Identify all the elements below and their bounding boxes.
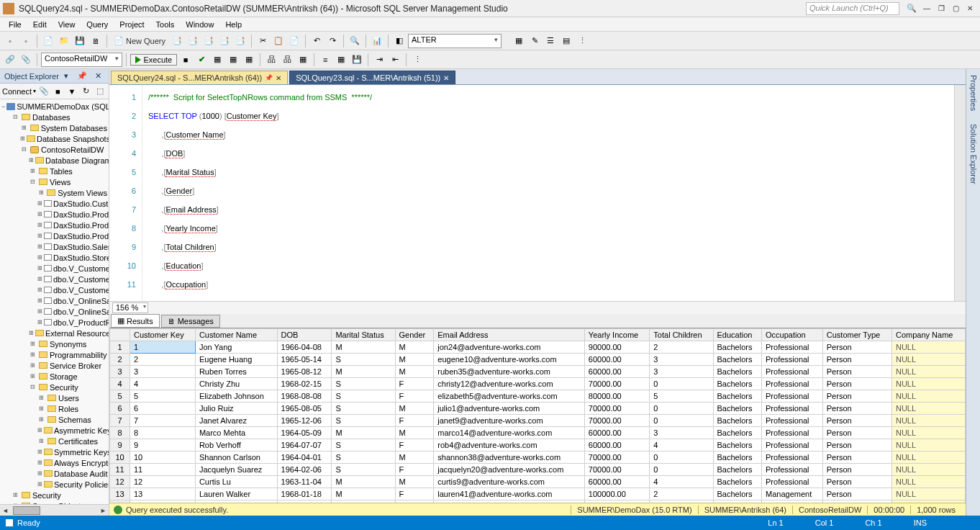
tree-node[interactable]: ⊞Programmability: [0, 349, 109, 360]
tree-node[interactable]: ⊞Asymmetric Key: [0, 425, 109, 436]
zoom-dropdown[interactable]: 156 %: [112, 302, 148, 313]
paste-button[interactable]: 📄: [287, 34, 301, 48]
alter-dropdown[interactable]: ALTER: [408, 34, 502, 48]
tree-hscrollbar[interactable]: ◄ ►: [0, 504, 109, 516]
table-row[interactable]: 1313Lauren Walker1968-01-18MFlauren41@ad…: [110, 488, 966, 500]
tab-close-icon[interactable]: ✕: [276, 74, 281, 82]
properties-tab[interactable]: Properties: [968, 72, 979, 114]
dmx-query-button[interactable]: 📑: [217, 34, 232, 48]
table-row[interactable]: 1010Shannon Carlson1964-04-01SMshannon38…: [110, 452, 966, 464]
mdx-query-button[interactable]: 📑: [201, 34, 216, 48]
grid-header[interactable]: Marital Status: [332, 329, 395, 341]
panel-pin-icon[interactable]: 📌: [74, 71, 90, 81]
tree-node[interactable]: ⊞DaxStudio.Sales: [0, 241, 109, 252]
object-tree[interactable]: −SUMMER\DemoDax (SQL Serv ⊟Databases⊞Sys…: [0, 99, 109, 504]
menu-file[interactable]: File: [3, 19, 27, 30]
menu-edit[interactable]: Edit: [27, 19, 53, 30]
menu-window[interactable]: Window: [180, 19, 219, 30]
tool-btn-2[interactable]: ✎: [527, 34, 542, 48]
results-grid[interactable]: Customer KeyCustomer NameDOBMarital Stat…: [109, 328, 966, 503]
table-row[interactable]: 1212Curtis Lu1963-11-04MMcurtis9@adventu…: [110, 476, 966, 488]
tree-node[interactable]: ⊞Roles: [0, 403, 109, 414]
save-all-button[interactable]: 🗎: [89, 34, 103, 48]
change-conn-button[interactable]: 📎: [19, 53, 33, 67]
close-button[interactable]: ✕: [963, 2, 977, 15]
tool-btn-4[interactable]: ▤: [559, 34, 573, 48]
solution-explorer-tab[interactable]: Solution Explorer: [968, 121, 979, 187]
menu-tools[interactable]: Tools: [150, 19, 181, 30]
table-row[interactable]: 1414Ian Jenkins1968-08-06MMian47@adventu…: [110, 500, 966, 503]
tree-node[interactable]: ⊞dbo.V_OnlineSa: [0, 295, 109, 306]
tree-node[interactable]: ⊞Service Broker: [0, 360, 109, 371]
copy-button[interactable]: 📋: [271, 34, 286, 48]
editor-tab[interactable]: SQLQuery23.sql - S...MER\Antriksh (51))✕: [289, 71, 455, 84]
table-row[interactable]: 55Elizabeth Johnson1968-08-08SFelizabeth…: [110, 390, 966, 403]
grid-header[interactable]: Email Address: [434, 329, 585, 341]
est-plan-button[interactable]: ▦: [210, 53, 224, 67]
editor-tab[interactable]: SQLQuery24.sql - S...MER\Antriksh (64))📌…: [111, 71, 288, 84]
menu-view[interactable]: View: [53, 19, 81, 30]
tree-root[interactable]: −SUMMER\DemoDax (SQL Serv: [0, 101, 109, 112]
editor-vscrollbar[interactable]: [954, 85, 966, 301]
restore-button[interactable]: ❐: [934, 2, 948, 15]
tree-node[interactable]: ⊞Database Snapshots: [0, 133, 109, 144]
tree-node[interactable]: ⊞Tables: [0, 166, 109, 176]
messages-tab[interactable]: 🗎 Messages: [161, 315, 220, 328]
grid-header[interactable]: [110, 329, 130, 341]
tree-node[interactable]: ⊞dbo.V_Custome: [0, 263, 109, 274]
xmla-query-button[interactable]: 📑: [233, 34, 248, 48]
undo-button[interactable]: ↶: [309, 34, 324, 48]
tool-btn-5[interactable]: ⋮: [575, 34, 589, 48]
specify-button[interactable]: ⋮: [410, 53, 425, 67]
refresh-button[interactable]: ↻: [80, 84, 93, 99]
results-grid-wrap[interactable]: Customer KeyCustomer NameDOBMarital Stat…: [109, 328, 966, 503]
table-row[interactable]: 1111Jacquelyn Suarez1964-02-06SFjacquely…: [110, 464, 966, 476]
sql-editor[interactable]: 1234567891011 /****** Script for SelectT…: [109, 85, 966, 301]
tree-node[interactable]: ⊞DaxStudio.Prod: [0, 230, 109, 241]
grid-header[interactable]: Gender: [395, 329, 434, 341]
tool-btn-1[interactable]: ▦: [512, 34, 526, 48]
tree-node[interactable]: ⊞Synonyms: [0, 338, 109, 349]
table-row[interactable]: 11Jon Yang1966-04-08MMjon24@adventure-wo…: [110, 341, 966, 354]
tree-node[interactable]: ⊞System Databases: [0, 122, 109, 133]
quick-launch-input[interactable]: Quick Launch (Ctrl+Q): [806, 2, 899, 15]
tree-node[interactable]: ⊞dbo.V_ProductF: [0, 317, 109, 328]
results-grid-button[interactable]: ▦: [334, 53, 348, 67]
tree-node[interactable]: ⊟Security: [0, 382, 109, 392]
back-button[interactable]: ◦: [3, 34, 17, 48]
table-row[interactable]: 88Marco Mehta1964-05-09MMmarco14@adventu…: [110, 427, 966, 439]
tree-node[interactable]: ⊞Users: [0, 392, 109, 403]
execute-button[interactable]: Execute: [130, 54, 177, 66]
tree-node[interactable]: ⊞Database Diagrams: [0, 155, 109, 166]
maximize-button[interactable]: ▢: [948, 2, 963, 15]
grid-header[interactable]: Occupation: [762, 329, 823, 341]
tree-node[interactable]: ⊞DaxStudio.Store: [0, 252, 109, 263]
open-button[interactable]: 📁: [57, 34, 71, 48]
tree-node[interactable]: ⊞dbo.V_Custome: [0, 284, 109, 295]
results-tab[interactable]: ▦ Results: [111, 314, 160, 328]
actual-plan-button[interactable]: 品: [264, 53, 278, 67]
table-row[interactable]: 44Christy Zhu1968-02-15SFchristy12@adven…: [110, 378, 966, 390]
find-button[interactable]: 🔍: [348, 34, 362, 48]
live-stats-button[interactable]: 品: [280, 53, 294, 67]
disconnect-button[interactable]: 📎: [37, 84, 50, 99]
query-opts-button[interactable]: ▦: [226, 53, 240, 67]
parse-button[interactable]: ✔: [194, 53, 209, 67]
table-row[interactable]: 66Julio Ruiz1965-08-05SMjulio1@adventure…: [110, 403, 966, 415]
tree-node[interactable]: ⊟Views: [0, 176, 109, 187]
tree-node[interactable]: ⊞Always Encrypte: [0, 457, 109, 468]
save-button[interactable]: 💾: [73, 34, 87, 48]
stop-button[interactable]: ■: [178, 53, 193, 67]
solution-button[interactable]: 📊: [370, 34, 384, 48]
tree-node[interactable]: ⊞DaxStudio.Prod: [0, 220, 109, 230]
db-query-button[interactable]: 📑: [170, 34, 184, 48]
tree-node[interactable]: ⊞External Resources: [0, 328, 109, 338]
menu-query[interactable]: Query: [81, 19, 114, 30]
results-file-button[interactable]: 💾: [350, 53, 364, 67]
tree-node[interactable]: ⊞System Views: [0, 187, 109, 198]
table-row[interactable]: 33Ruben Torres1965-08-12MMruben35@advent…: [110, 366, 966, 378]
grid-header[interactable]: Total Children: [650, 329, 713, 341]
tree-node[interactable]: ⊞Security: [0, 490, 109, 500]
connect-button[interactable]: Connect: [2, 87, 32, 96]
tree-node[interactable]: ⊞DaxStudio.Prod: [0, 209, 109, 220]
